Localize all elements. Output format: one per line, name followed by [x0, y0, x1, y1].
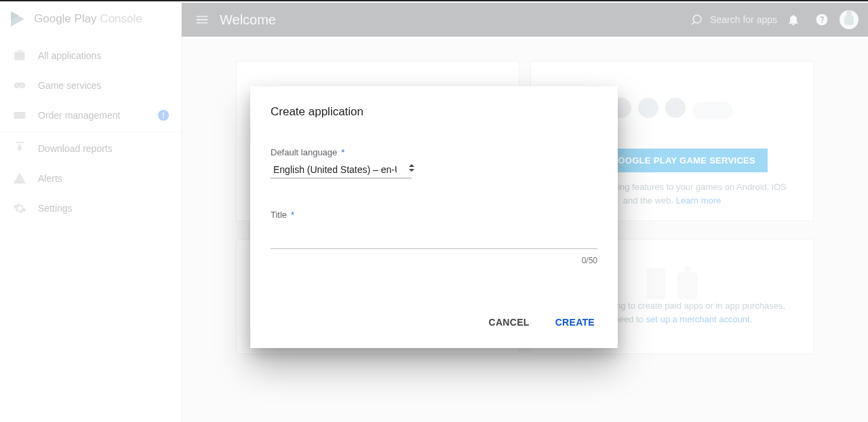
sidebar-separator	[0, 132, 181, 132]
search-placeholder: Search for apps	[710, 14, 777, 25]
required-asterisk: *	[291, 210, 294, 220]
page-title: Welcome	[220, 12, 276, 28]
create-button[interactable]: CREATE	[553, 313, 597, 332]
sidebar-item-label: Alerts	[38, 173, 169, 184]
warning-icon	[12, 171, 27, 186]
brand-strong: Google Play	[34, 12, 97, 25]
dialog-actions: CANCEL CREATE	[271, 313, 597, 332]
title-field: Title* 0/50	[271, 210, 597, 265]
learn-more-link[interactable]: Learn more	[676, 195, 721, 206]
search-input[interactable]: Search for apps	[691, 13, 777, 26]
default-language-field: Default language* English (United States…	[271, 147, 597, 178]
merchant-setup-link[interactable]: set up a merchant account.	[646, 314, 753, 324]
help-icon	[815, 13, 829, 26]
required-asterisk: *	[341, 147, 344, 157]
sidebar: Google Play Console All applications Gam…	[0, 3, 182, 422]
gear-icon	[12, 201, 27, 216]
brand-light: Console	[97, 12, 142, 25]
dialog-title: Create application	[271, 105, 597, 119]
sidebar-item-download-reports[interactable]: Download reports	[0, 134, 181, 164]
sidebar-list: All applications Game services Order man…	[0, 37, 181, 227]
sidebar-item-label: All applications	[38, 50, 169, 61]
title-label: Title*	[271, 210, 597, 220]
app-header: Welcome Search for apps	[182, 3, 868, 37]
title-input[interactable]	[271, 232, 597, 249]
briefcase-icon	[12, 48, 27, 63]
sidebar-item-label: Game services	[38, 80, 169, 91]
sidebar-item-settings[interactable]: Settings	[0, 193, 181, 223]
title-char-counter: 0/50	[271, 256, 597, 265]
gamepad-icon	[12, 78, 27, 93]
cancel-button[interactable]: CANCEL	[486, 313, 532, 332]
sidebar-item-order-management[interactable]: Order management !	[0, 100, 181, 130]
brand: Google Play Console	[0, 3, 181, 37]
play-console-logo-icon	[9, 10, 27, 28]
default-language-label: Default language*	[271, 147, 597, 157]
sidebar-item-alerts[interactable]: Alerts	[0, 164, 181, 193]
sidebar-item-all-applications[interactable]: All applications	[0, 41, 181, 71]
sidebar-item-label: Order management	[38, 110, 147, 121]
search-icon	[691, 13, 705, 26]
person-icon	[844, 14, 854, 25]
help-button[interactable]	[810, 7, 834, 32]
create-application-dialog: Create application Default language* Eng…	[250, 86, 618, 348]
notifications-button[interactable]	[781, 7, 806, 32]
hamburger-button[interactable]	[189, 6, 216, 33]
sidebar-item-game-services[interactable]: Game services	[0, 71, 181, 100]
alert-badge: !	[158, 110, 169, 121]
account-button[interactable]	[840, 10, 859, 29]
bell-icon	[787, 13, 800, 26]
brand-text: Google Play Console	[34, 12, 142, 26]
sidebar-item-label: Download reports	[38, 143, 169, 154]
default-language-select[interactable]: English (United States) – en-US	[271, 161, 412, 178]
sidebar-item-label: Settings	[38, 203, 169, 214]
download-icon	[12, 141, 27, 156]
credit-card-icon	[12, 108, 27, 123]
